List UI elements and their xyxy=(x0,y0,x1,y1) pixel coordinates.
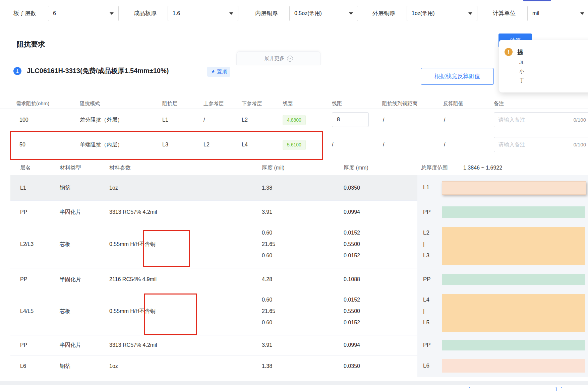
material-param: 0.55mm H/H不含铜 xyxy=(109,307,156,315)
impedance-row: 50 单端阻抗（内层） L3 L2 L4 5.6100 / / / 请输入备注 … xyxy=(0,131,588,158)
finished-thickness-value: 1.6 xyxy=(173,6,180,21)
impedance-mode-value: 差分阻抗（外层） xyxy=(80,108,123,131)
thickness-mil: 4.28 xyxy=(262,268,272,291)
impedance-row: 100 差分阻抗（外层） L1 / L2 4.8800 / / 请输入备注 0/… xyxy=(0,108,588,131)
col-thickness-mm: 厚度 (mm) xyxy=(344,160,368,175)
stackup-table-header: 层名 材料类型 材料参数 厚度 (mil) 厚度 (mm) xyxy=(10,160,417,176)
material-param: 1oz xyxy=(109,355,118,377)
layer-name: PP xyxy=(20,335,27,355)
toast-line: JL xyxy=(519,59,525,66)
expand-more-tab[interactable]: 展开更多 xyxy=(236,51,321,65)
thickness-mm: 0.5500 xyxy=(344,240,360,248)
trace-spacing-input[interactable] xyxy=(332,112,369,127)
stackup-row-l6: L6 铜箔 1oz 1.38 0.0350 xyxy=(10,355,417,377)
thickness-mil: 0.60 xyxy=(262,296,272,304)
layer-name: L2/L3 xyxy=(20,240,34,248)
impedance-layer-value: L3 xyxy=(162,131,168,158)
board-layers-label: 板子层数 xyxy=(13,9,36,17)
viz-bar-core-l2l3 xyxy=(442,227,585,265)
stackup-row-l1: L1 铜箔 1oz 1.38 0.0350 xyxy=(10,175,417,201)
material-param: 1oz xyxy=(109,175,118,200)
lower-ref-value: L2 xyxy=(242,108,248,131)
thickness-mil: 3.91 xyxy=(262,200,272,224)
board-layers-value: 6 xyxy=(53,6,56,21)
expand-more-label: 展开更多 xyxy=(264,55,285,62)
col-thickness-mil: 厚度 (mil) xyxy=(262,160,285,175)
trace-width-badge: 4.8800 xyxy=(283,115,306,125)
upper-ref-value: L2 xyxy=(203,131,210,158)
warning-toast: ! 提 JL 小 于 xyxy=(499,40,588,92)
thickness-mm: 0.0350 xyxy=(344,355,360,377)
thickness-mm: 0.0152 xyxy=(344,229,360,237)
col-material-type: 材料类型 xyxy=(60,160,81,175)
viz-layer-label: L3 xyxy=(423,252,440,260)
note-textarea[interactable]: 请输入备注 0/100 xyxy=(494,137,588,152)
layer-name: L6 xyxy=(20,355,26,377)
toast-title: 提 xyxy=(517,48,523,56)
toast-line: 于 xyxy=(519,77,524,84)
thickness-mil: 3.91 xyxy=(262,335,272,355)
inner-copper-value: 0.5oz(常用) xyxy=(294,6,322,21)
outer-copper-select[interactable]: 1oz(常用) xyxy=(407,6,477,21)
material-param: 3313 RC57% 4.2mil xyxy=(109,335,157,355)
note-counter: 0/100 xyxy=(573,137,586,152)
thickness-mil: 0.60 xyxy=(262,229,272,237)
col-impedance-mode: 阻抗模式 xyxy=(80,98,100,109)
viz-layer-label: L2 xyxy=(423,229,440,237)
reverse-impedance-value: / xyxy=(444,131,445,158)
col-required-impedance: 需求阻抗(ohm) xyxy=(16,98,49,109)
topbar-divider xyxy=(0,26,588,26)
reverse-calc-button[interactable]: 根据线宽反算阻值 xyxy=(421,68,494,85)
inner-copper-select[interactable]: 0.5oz(常用) xyxy=(289,6,358,21)
calc-unit-label: 计算单位 xyxy=(493,9,516,17)
trace-to-copper-value: / xyxy=(383,108,384,131)
viz-layer-label: PP xyxy=(423,341,440,349)
thickness-mm: 0.0994 xyxy=(344,200,360,224)
required-impedance-value: 50 xyxy=(19,131,25,158)
material-type: 芯板 xyxy=(60,240,70,248)
chevron-down-icon xyxy=(229,12,233,15)
upper-ref-value: / xyxy=(203,108,205,131)
impedance-layer-value: L1 xyxy=(162,108,168,131)
col-lower-ref-layer: 下参考层 xyxy=(242,98,262,109)
thickness-mm: 0.0994 xyxy=(344,335,360,355)
col-layer-name: 层名 xyxy=(20,160,31,175)
impedance-calculator-page: 板子层数 6 成品板厚 1.6 内层铜厚 0.5oz(常用) 外层铜厚 1oz(… xyxy=(0,0,588,391)
chevron-down-icon xyxy=(580,12,584,15)
col-impedance-layer: 阻抗层 xyxy=(162,98,177,109)
warning-icon: ! xyxy=(505,48,513,56)
viz-layer-label: PP xyxy=(423,208,440,216)
finished-thickness-select[interactable]: 1.6 xyxy=(168,6,238,21)
note-textarea[interactable]: 请输入备注 0/100 xyxy=(494,112,588,127)
viz-bar-prepreg xyxy=(442,274,585,285)
cropped-bottom-button[interactable] xyxy=(469,387,557,391)
layer-name: PP xyxy=(20,200,27,224)
viz-bar-copper-l6 xyxy=(442,359,585,373)
layer-name: L4/L5 xyxy=(20,307,34,315)
impedance-table-header: 需求阻抗(ohm) 阻抗模式 阻抗层 上参考层 下参考层 线宽 线距 阻抗线到铜… xyxy=(0,98,588,109)
outer-copper-label: 外层铜厚 xyxy=(372,9,395,17)
thickness-mm: 0.0152 xyxy=(344,319,360,327)
viz-layer-label: | xyxy=(423,307,440,315)
col-trace-width: 线宽 xyxy=(283,98,293,109)
material-type: 半固化片 xyxy=(60,200,81,224)
cropped-bottom-button[interactable] xyxy=(561,387,588,391)
stackup-row-pp: PP 半固化片 3313 RC57% 4.2mil 3.91 0.0994 xyxy=(10,200,417,224)
finished-thickness-label: 成品板厚 xyxy=(134,9,157,17)
pushpin-icon xyxy=(211,69,215,74)
inner-copper-label: 内层铜厚 xyxy=(255,9,278,17)
thickness-mm: 0.0152 xyxy=(344,252,360,260)
total-thickness-label: 总厚度范围 xyxy=(421,160,448,175)
calc-unit-value: mil xyxy=(532,6,539,21)
toast-line: 小 xyxy=(519,68,524,75)
stackup-row-core-l4l5: L4/L5 芯板 0.55mm H/H不含铜 0.60 21.65 0.60 0… xyxy=(10,291,417,335)
board-layers-select[interactable]: 6 xyxy=(48,6,119,21)
material-param: 2116 RC54% 4.9mil xyxy=(109,268,157,291)
col-trace-spacing: 线距 xyxy=(332,98,342,109)
thickness-mm: 0.0350 xyxy=(344,175,360,200)
viz-bar-core-l4l5 xyxy=(442,294,585,332)
material-type: 半固化片 xyxy=(60,268,81,291)
pin-to-top-button[interactable]: 置顶 xyxy=(207,67,230,77)
calc-unit-select[interactable]: mil xyxy=(527,6,588,21)
chevron-down-icon xyxy=(468,12,472,15)
